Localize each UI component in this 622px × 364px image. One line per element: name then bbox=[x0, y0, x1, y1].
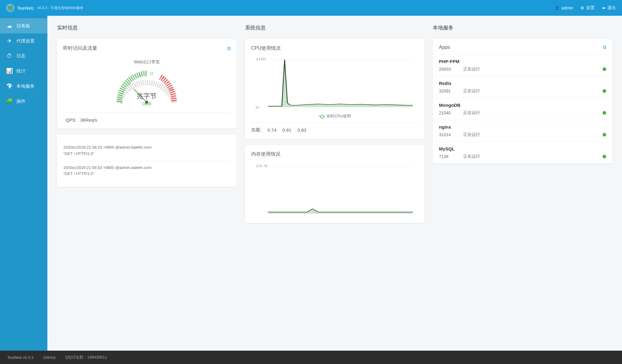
logout-icon: ➡ bbox=[602, 5, 606, 10]
apps-header: Apps ⧉ bbox=[433, 39, 612, 54]
content: 实时信息 系统信息 本地服务 即时访问及流量 ⧉ Web出口带宽 bbox=[47, 16, 622, 351]
traffic-external-link-icon[interactable]: ⧉ bbox=[227, 46, 231, 51]
svg-text:12: 12 bbox=[150, 72, 153, 75]
log-card: 15/Dec/2018:21:58:33 +0800 @admin.balefm… bbox=[57, 135, 237, 187]
log-entry-1: 15/Dec/2018:21:58:33 +0800 @admin.balefm… bbox=[63, 141, 231, 161]
system-section-title: 系统信息 bbox=[245, 24, 425, 31]
qps-label: QPS: bbox=[66, 117, 77, 123]
svg-text:8: 8 bbox=[139, 73, 141, 77]
qps-row: QPS: 36Req/s bbox=[63, 112, 231, 123]
settings-button[interactable]: ⚙ 设置 bbox=[580, 5, 595, 11]
app-name-mongodb: MongoDB bbox=[439, 103, 606, 108]
app-pid-mysql: 7138 bbox=[439, 154, 457, 159]
memory-card-header: 内存使用情况 bbox=[251, 151, 419, 157]
cards-row: 即时访问及流量 ⧉ Web出口带宽 bbox=[57, 39, 612, 223]
app-status-dot-nginx bbox=[603, 133, 606, 136]
footer-qq-group: QQ讨论群：199435611 bbox=[65, 355, 107, 360]
svg-text:15.5: 15.5 bbox=[255, 164, 267, 168]
local-service-icon: 💎 bbox=[6, 83, 13, 89]
svg-text:100: 100 bbox=[255, 57, 266, 61]
app-title: TeaWeb bbox=[17, 5, 34, 11]
logout-button[interactable]: ➡ 退出 bbox=[602, 5, 616, 11]
settings-label: 设置 bbox=[586, 5, 595, 11]
local-services-column: Apps ⧉ PHP-FPM 29933 正在运行 Redis bbox=[433, 39, 612, 223]
app-status-dot-mongodb bbox=[603, 111, 606, 115]
cpu-card-title: CPU使用情况 bbox=[251, 45, 281, 52]
logout-label: 退出 bbox=[607, 5, 616, 11]
app-pid-nginx: 31014 bbox=[439, 132, 457, 137]
app-status-redis: 正在运行 bbox=[463, 88, 596, 94]
app-pid-mongodb: 21040 bbox=[439, 110, 457, 115]
load-label: 负载: bbox=[251, 127, 261, 133]
app-status-row-redis: 32691 正在运行 bbox=[439, 88, 606, 94]
svg-text:0: 0 bbox=[121, 101, 122, 104]
load-row: 负载: 0.74 0.81 0.83 bbox=[251, 123, 419, 133]
sidebar-item-dashboard[interactable]: ☁ 仪表板 bbox=[0, 18, 47, 33]
sidebar-item-local-service[interactable]: 💎 本地服务 bbox=[0, 79, 47, 94]
app-status-dot-phpfpm bbox=[603, 67, 606, 71]
cpu-chart: 100 0 bbox=[251, 56, 419, 111]
app-pid-redis: 32691 bbox=[439, 89, 457, 93]
app-status-row-phpfpm: 29933 正在运行 bbox=[439, 66, 606, 72]
apps-card: Apps ⧉ PHP-FPM 29933 正在运行 Redis bbox=[433, 39, 612, 163]
app-status-dot-redis bbox=[603, 89, 606, 93]
app-status-phpfpm: 正在运行 bbox=[463, 66, 596, 72]
app-status-nginx: 正在运行 bbox=[463, 132, 596, 137]
app-status-mongodb: 正在运行 bbox=[463, 110, 596, 116]
log-icon: ⏱ bbox=[6, 53, 13, 59]
sidebar-item-stats-label: 统计 bbox=[16, 68, 26, 74]
admin-user[interactable]: 👤 admin bbox=[555, 5, 573, 10]
traffic-card: 即时访问及流量 ⧉ Web出口带宽 bbox=[57, 39, 237, 129]
app-row-redis: Redis 32691 正在运行 bbox=[433, 76, 612, 98]
sidebar-item-stats[interactable]: 📊 统计 bbox=[0, 63, 47, 79]
app-row-mongodb: MongoDB 21040 正在运行 bbox=[433, 98, 612, 120]
app-name-mysql: MySQL bbox=[439, 146, 606, 151]
logo: 🌿 TeaWeb v0.0.3 - 可视化智能Web服务 bbox=[6, 4, 84, 12]
realtime-section-title: 实时信息 bbox=[57, 24, 237, 31]
header-actions: 👤 admin ⚙ 设置 ➡ 退出 bbox=[555, 5, 616, 11]
sidebar-item-plugins-label: 插件 bbox=[16, 99, 26, 104]
app-version: v0.0.3 - 可视化智能Web服务 bbox=[37, 5, 84, 11]
main-layout: ☁ 仪表板 ✈ 代理设置 ⏱ 日志 📊 统计 💎 本地服务 🧩 插件 实时信息 … bbox=[0, 16, 622, 351]
section-titles: 实时信息 系统信息 本地服务 bbox=[57, 24, 612, 36]
svg-marker-14 bbox=[268, 209, 413, 214]
gauge-unit: 兆字节 bbox=[137, 92, 157, 101]
plugins-icon: 🧩 bbox=[6, 98, 13, 105]
proxy-icon: ✈ bbox=[6, 38, 13, 44]
app-status-row-mysql: 7138 正在运行 bbox=[439, 154, 606, 159]
user-icon: 👤 bbox=[555, 5, 560, 10]
gauge-current-value: 0MB bbox=[142, 101, 151, 106]
log-request-1: "GET / HTTP/1.0" bbox=[63, 151, 231, 157]
log-request-2: "GET / HTTP/1.0" bbox=[63, 171, 231, 177]
memory-card-title: 内存使用情况 bbox=[251, 151, 280, 157]
local-services-section-title: 本地服务 bbox=[433, 24, 612, 31]
gauge-label: Web出口带宽 bbox=[134, 59, 160, 65]
app-row-mysql: MySQL 7138 正在运行 bbox=[433, 142, 612, 163]
log-timestamp-1: 15/Dec/2018:21:58:33 +0800 @admin.balefm… bbox=[63, 144, 231, 151]
sidebar-item-proxy-label: 代理设置 bbox=[16, 38, 35, 44]
footer-github[interactable]: GitHub bbox=[43, 355, 55, 360]
sidebar-item-log[interactable]: ⏱ 日志 bbox=[0, 49, 47, 63]
cpu-legend-line-icon bbox=[319, 116, 325, 116]
logo-icon: 🌿 bbox=[6, 4, 15, 12]
header: 🌿 TeaWeb v0.0.3 - 可视化智能Web服务 👤 admin ⚙ 设… bbox=[0, 0, 622, 16]
app-name-phpfpm: PHP-FPM bbox=[439, 59, 606, 64]
sidebar-item-plugins[interactable]: 🧩 插件 bbox=[0, 94, 47, 109]
app-name-redis: Redis bbox=[439, 81, 606, 86]
apps-external-link-icon[interactable]: ⧉ bbox=[603, 45, 606, 50]
sidebar-item-dashboard-label: 仪表板 bbox=[16, 23, 30, 29]
app-row-nginx: nginx 31014 正在运行 bbox=[433, 120, 612, 142]
app-status-row-mongodb: 21040 正在运行 bbox=[439, 110, 606, 116]
footer-version: TeaWeb v0.0.3 bbox=[7, 355, 33, 360]
settings-icon: ⚙ bbox=[580, 5, 584, 10]
footer: TeaWeb v0.0.3 GitHub QQ讨论群：199435611 bbox=[0, 351, 622, 364]
load-1min: 0.74 bbox=[268, 127, 276, 133]
memory-card: 内存使用情况 15.5 bbox=[245, 145, 425, 223]
gauge-container: Web出口带宽 0 bbox=[63, 56, 231, 110]
app-name-nginx: nginx bbox=[439, 124, 606, 130]
svg-text:0: 0 bbox=[255, 105, 259, 109]
sidebar-item-local-service-label: 本地服务 bbox=[16, 83, 35, 89]
sidebar-item-proxy[interactable]: ✈ 代理设置 bbox=[0, 33, 47, 49]
sidebar-item-log-label: 日志 bbox=[16, 53, 26, 59]
sidebar: ☁ 仪表板 ✈ 代理设置 ⏱ 日志 📊 统计 💎 本地服务 🧩 插件 bbox=[0, 16, 47, 351]
